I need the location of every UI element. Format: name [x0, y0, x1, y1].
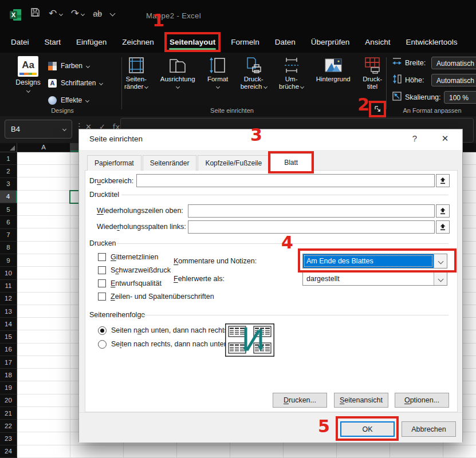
- chevron-down-icon[interactable]: [434, 273, 447, 285]
- farben-button[interactable]: Farben: [48, 57, 103, 74]
- scale-value[interactable]: 100 %: [444, 91, 476, 104]
- radio-button[interactable]: [98, 326, 107, 335]
- row-header-19[interactable]: 19: [0, 382, 17, 394]
- help-button[interactable]: ?: [409, 133, 420, 143]
- page-setup-dialog: Seite einrichten ? ✕ PapierformatSeitenr…: [78, 129, 463, 442]
- row-header-21[interactable]: 21: [0, 407, 17, 420]
- range-select-icon[interactable]: [436, 204, 450, 218]
- row-header-11[interactable]: 11: [0, 280, 17, 293]
- row-header-9[interactable]: 9: [0, 254, 17, 267]
- row-header-8[interactable]: 8: [0, 242, 17, 254]
- ribbon-tab-datei[interactable]: Datei: [10, 37, 30, 48]
- drucken-button[interactable]: Drucken...: [273, 393, 327, 408]
- schriftarten-button[interactable]: A Schriftarten: [48, 74, 103, 92]
- customize-toolbar-icon[interactable]: [110, 11, 116, 17]
- ribbon-button-ausrichtung[interactable]: Ausrichtung: [159, 55, 196, 90]
- row-header-13[interactable]: 13: [0, 305, 17, 318]
- redo-dropdown-icon[interactable]: [81, 12, 85, 16]
- ribbon-tab-formeln[interactable]: Formeln: [230, 37, 260, 48]
- designs-button[interactable]: Aa Designs: [11, 56, 45, 94]
- select-all-corner[interactable]: [0, 143, 17, 152]
- row-header-3[interactable]: 3: [0, 178, 17, 191]
- height-value[interactable]: Automatisch: [431, 74, 476, 86]
- row-header-22[interactable]: 22: [0, 420, 17, 432]
- checkbox-schwarzweißdruck[interactable]: Schwarzweißdruck: [98, 266, 270, 275]
- designs-group-label: Designs: [11, 107, 113, 114]
- column-header-a[interactable]: A: [17, 143, 70, 152]
- redo-button[interactable]: ↷: [71, 9, 85, 19]
- checkbox-box[interactable]: [98, 266, 106, 274]
- dialog-tab-papierformat[interactable]: Papierformat: [87, 155, 141, 171]
- background-icon: [324, 55, 343, 76]
- effekte-button[interactable]: Effekte: [48, 92, 103, 109]
- row-header-14[interactable]: 14: [0, 318, 17, 330]
- row-header-16[interactable]: 16: [0, 344, 17, 356]
- fehlerwerte-dropdown[interactable]: dargestellt: [302, 272, 447, 286]
- annotation-box-5: [336, 416, 399, 441]
- ribbon-button-hintergrund[interactable]: Hintergrund: [315, 55, 352, 90]
- ribbon-button-umbrueche[interactable]: Um-brüche: [278, 55, 305, 90]
- checkbox-box[interactable]: [98, 279, 106, 287]
- ribbon-button-format[interactable]: Format: [206, 55, 229, 90]
- ribbon-tab-überprüfen[interactable]: Überprüfen: [310, 37, 351, 48]
- ribbon-tab-start[interactable]: Start: [44, 37, 62, 48]
- checkbox-box[interactable]: [98, 293, 106, 301]
- row-header-18[interactable]: 18: [0, 369, 17, 381]
- ribbon-button-seitenraender[interactable]: Seiten-ränder: [123, 55, 149, 90]
- undo-dropdown-icon[interactable]: [59, 12, 63, 16]
- dialog-tab-seitenränder[interactable]: Seitenränder: [143, 155, 197, 171]
- row-header-4[interactable]: 4: [0, 191, 17, 203]
- row-header-10[interactable]: 10: [0, 267, 17, 279]
- ribbon-button-druckbereich[interactable]: Druck-bereich: [239, 55, 268, 90]
- save-icon[interactable]: [30, 7, 40, 19]
- close-icon[interactable]: ✕: [439, 133, 451, 144]
- row-header-2[interactable]: 2: [0, 165, 17, 177]
- radio-label: Seiten nach unten, dann nach rechts: [111, 326, 228, 334]
- row-header-12[interactable]: 12: [0, 293, 17, 305]
- scale-label: Skalierung:: [405, 93, 441, 101]
- radio-button[interactable]: [98, 340, 107, 349]
- ribbon-tab-entwicklertools[interactable]: Entwicklertools: [406, 37, 458, 48]
- ribbon-tab-ansicht[interactable]: Ansicht: [364, 37, 391, 48]
- strikethrough-icon[interactable]: ab: [93, 9, 102, 18]
- range-select-icon[interactable]: [436, 220, 450, 234]
- dialog-title: Seite einrichten: [89, 135, 143, 143]
- range-select-icon[interactable]: [436, 174, 450, 187]
- seitenansicht-button[interactable]: Seitenansicht: [334, 393, 388, 408]
- dialog-tab-blatt[interactable]: Blatt: [270, 153, 312, 171]
- quick-access-toolbar: ↶ ↷ ab: [30, 7, 115, 19]
- checkbox-box[interactable]: [98, 253, 106, 261]
- optionen-button[interactable]: Optionen...: [395, 393, 449, 408]
- row-header-7[interactable]: 7: [0, 229, 17, 242]
- row-header-5[interactable]: 5: [0, 203, 17, 216]
- print-titles-icon: [363, 55, 381, 76]
- name-box[interactable]: B4: [5, 120, 72, 139]
- margins-icon: [127, 55, 145, 76]
- ribbon-tab-zeichnen[interactable]: Zeichnen: [121, 37, 155, 48]
- druckbereich-input[interactable]: [136, 174, 435, 187]
- ribbon-button-drucktitel[interactable]: Druck-titel: [361, 55, 383, 90]
- checkbox-zeilen-und-spaltenüberschriften[interactable]: Zeilen- und Spaltenüberschriften: [98, 292, 270, 301]
- ribbon-tab-daten[interactable]: Daten: [274, 37, 296, 48]
- dialog-tab-kopfzeile-fußzeile[interactable]: Kopfzeile/Fußzeile: [198, 155, 269, 171]
- abbrechen-button[interactable]: Abbrechen: [402, 421, 456, 437]
- row-header-20[interactable]: 20: [0, 394, 17, 407]
- row-header-24[interactable]: 24: [0, 445, 17, 458]
- row-header-6[interactable]: 6: [0, 216, 17, 228]
- colors-icon: [48, 62, 57, 70]
- width-value[interactable]: Automatisch: [431, 57, 476, 69]
- wiederholungsspalten-input[interactable]: [188, 220, 435, 234]
- wiederholungszeilen-input[interactable]: [188, 204, 435, 218]
- row-header-1[interactable]: 1: [0, 152, 17, 165]
- row-header-17[interactable]: 17: [0, 356, 17, 369]
- ribbon-tab-einfügen[interactable]: Einfügen: [76, 37, 107, 48]
- name-box-dropdown-icon[interactable]: [62, 127, 66, 131]
- section-divider: [121, 195, 449, 195]
- ribbon-tab-seitenlayout[interactable]: Seitenlayout: [169, 37, 216, 48]
- checkbox-label: Entwurfsqualität: [111, 279, 162, 287]
- width-label: Breite:: [405, 59, 426, 67]
- undo-button[interactable]: ↶: [49, 9, 62, 19]
- row-header-23[interactable]: 23: [0, 433, 17, 445]
- checkbox-label: Gitternetzlinien: [111, 253, 158, 261]
- row-header-15[interactable]: 15: [0, 331, 17, 344]
